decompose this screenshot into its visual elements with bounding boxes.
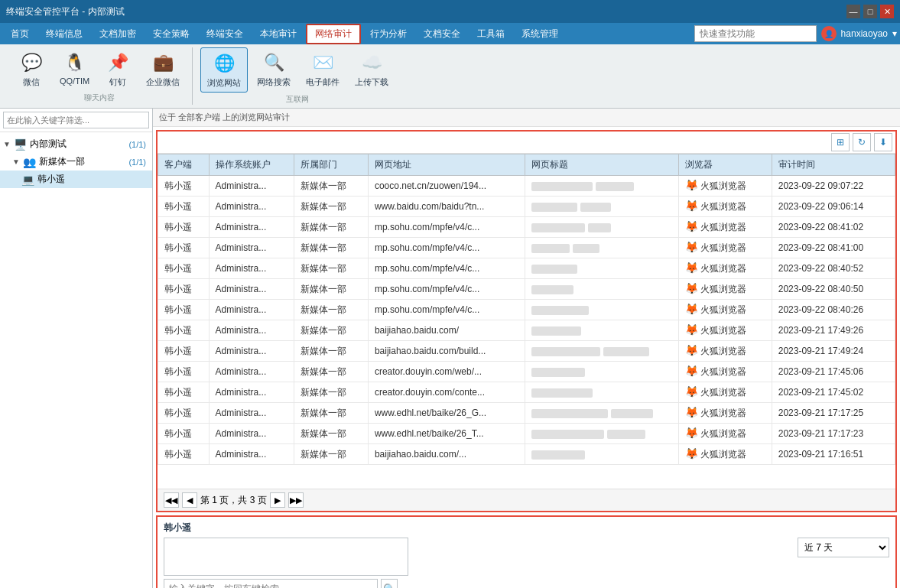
toolbar-section-internet-title: 互联网	[286, 94, 309, 105]
cell-time: 2023-09-22 08:40:50	[772, 279, 895, 300]
table-wrapper: ⊞ ↻ ⬇ 客户端 操作系统账户 所属部门 网页地址 网页标题 浏览器 审计	[156, 130, 897, 512]
table-row[interactable]: 韩小遥 Administra... 新媒体一部 www.edhl.net/bai…	[158, 403, 895, 424]
cell-browser: 🦊 火狐浏览器	[678, 362, 772, 382]
page-prev-btn[interactable]: ◀	[182, 492, 197, 508]
table-settings-btn[interactable]: ⊞	[831, 133, 850, 151]
user-dropdown-icon[interactable]: ▾	[892, 28, 897, 39]
user-info[interactable]: hanxiaoyao	[841, 28, 888, 39]
menu-system-manage[interactable]: 系统管理	[514, 25, 566, 43]
cell-browser: 🦊 火狐浏览器	[678, 444, 772, 465]
table-row[interactable]: 韩小遥 Administra... 新媒体一部 baijiahao.baidu.…	[158, 320, 895, 341]
table-export-btn[interactable]: ⬇	[874, 133, 892, 151]
table-row[interactable]: 韩小遥 Administra... 新媒体一部 creator.douyin.c…	[158, 382, 895, 403]
sidebar-item-dept[interactable]: ▼ 👥 新媒体一部 (1/1)	[0, 153, 152, 171]
page-last-btn[interactable]: ▶▶	[288, 492, 304, 508]
page-info: 第 1 页，共 3 页	[200, 494, 267, 507]
cell-time: 2023-09-21 17:16:51	[772, 444, 895, 465]
menu-local-audit[interactable]: 本地审计	[252, 25, 304, 43]
toolbar-btn-email-label: 电子邮件	[306, 76, 340, 88]
cell-time: 2023-09-22 09:07:22	[772, 176, 895, 197]
table-row[interactable]: 韩小遥 Administra... 新媒体一部 cooco.net.cn/zuo…	[158, 176, 895, 197]
date-range-select[interactable]: 近 7 天近 1 天近 30 天自定义	[798, 538, 889, 557]
cell-url: mp.sohu.com/mpfe/v4/c...	[368, 217, 525, 238]
toolbar-btn-enterprise-wechat-label: 企业微信	[146, 76, 180, 88]
table-row[interactable]: 韩小遥 Administra... 新媒体一部 mp.sohu.com/mpfe…	[158, 279, 895, 300]
cell-time: 2023-09-22 08:41:02	[772, 217, 895, 238]
cell-dept: 新媒体一部	[294, 217, 369, 238]
menu-terminal-security[interactable]: 终端安全	[199, 25, 251, 43]
cell-time: 2023-09-22 09:06:14	[772, 197, 895, 217]
table-refresh-btn[interactable]: ↻	[853, 133, 871, 151]
user-avatar-icon: 👤	[821, 26, 837, 41]
title-bar-controls[interactable]: — □ ✕	[846, 5, 894, 18]
title-bar: 终端安全管控平台 - 内部测试 — □ ✕	[0, 0, 900, 23]
table-row[interactable]: 韩小遥 Administra... 新媒体一部 www.baidu.com/ba…	[158, 197, 895, 217]
cell-title	[525, 258, 678, 279]
cell-title	[525, 176, 678, 197]
cell-title	[525, 424, 678, 444]
col-account: 操作系统账户	[209, 154, 294, 176]
bottom-textarea[interactable]	[164, 538, 408, 576]
table-row[interactable]: 韩小遥 Administra... 新媒体一部 baijiahao.baidu.…	[158, 444, 895, 465]
bottom-search-btn[interactable]: 🔍	[381, 579, 398, 588]
root-label: 内部测试	[30, 138, 125, 151]
cell-client: 韩小遥	[158, 217, 210, 238]
toolbar-btn-browse[interactable]: 🌐 浏览网站	[200, 47, 248, 93]
table-scroll[interactable]: 客户端 操作系统账户 所属部门 网页地址 网页标题 浏览器 审计时间 韩小遥 A…	[158, 154, 895, 489]
page-next-btn[interactable]: ▶	[270, 492, 285, 508]
cell-account: Administra...	[209, 362, 294, 382]
menu-search-input[interactable]	[694, 25, 817, 42]
cell-dept: 新媒体一部	[294, 300, 369, 320]
user-node-label: 韩小遥	[37, 173, 146, 186]
menu-behavior-analysis[interactable]: 行为分析	[362, 25, 414, 43]
cell-account: Administra...	[209, 341, 294, 362]
close-button[interactable]: ✕	[880, 5, 894, 18]
toolbar-btn-enterprise-wechat[interactable]: 💼 企业微信	[140, 47, 186, 91]
table-row[interactable]: 韩小遥 Administra... 新媒体一部 mp.sohu.com/mpfe…	[158, 258, 895, 279]
toolbar-btn-qq[interactable]: 🐧 QQ/TIM	[54, 47, 96, 91]
table-row[interactable]: 韩小遥 Administra... 新媒体一部 baijiahao.baidu.…	[158, 341, 895, 362]
cell-time: 2023-09-21 17:17:23	[772, 424, 895, 444]
table-row[interactable]: 韩小遥 Administra... 新媒体一部 mp.sohu.com/mpfe…	[158, 300, 895, 320]
table-row[interactable]: 韩小遥 Administra... 新媒体一部 mp.sohu.com/mpfe…	[158, 238, 895, 258]
menu-home[interactable]: 首页	[3, 25, 37, 43]
bottom-right: 近 7 天近 1 天近 30 天自定义	[798, 538, 889, 557]
bottom-search-input[interactable]	[164, 579, 378, 588]
menu-terminal-info[interactable]: 终端信息	[38, 25, 90, 43]
menu-network-audit[interactable]: 网络审计	[306, 24, 361, 44]
firefox-icon: 🦊	[685, 385, 698, 398]
menu-toolbox[interactable]: 工具箱	[469, 25, 512, 43]
cell-account: Administra...	[209, 238, 294, 258]
bottom-left: 🔍	[164, 538, 408, 588]
cell-title	[525, 197, 678, 217]
cell-url: mp.sohu.com/mpfe/v4/c...	[368, 238, 525, 258]
toolbar-btn-email[interactable]: ✉️ 电子邮件	[300, 47, 346, 93]
cell-time: 2023-09-21 17:49:26	[772, 320, 895, 341]
table-row[interactable]: 韩小遥 Administra... 新媒体一部 mp.sohu.com/mpfe…	[158, 217, 895, 238]
sidebar-item-user[interactable]: 💻 韩小遥	[0, 171, 152, 188]
maximize-button[interactable]: □	[863, 5, 877, 18]
cell-time: 2023-09-21 17:17:25	[772, 403, 895, 424]
upload-download-icon: ☁️	[359, 50, 384, 75]
cell-title	[525, 382, 678, 403]
menu-security-policy[interactable]: 安全策略	[145, 25, 197, 43]
toolbar-btn-wechat[interactable]: 💬 微信	[12, 47, 50, 91]
toolbar-btn-dingtalk[interactable]: 📌 钉钉	[99, 47, 137, 91]
table-row[interactable]: 韩小遥 Administra... 新媒体一部 www.edhl.net/bai…	[158, 424, 895, 444]
menu-doc-security[interactable]: 文档安全	[416, 25, 468, 43]
cell-client: 韩小遥	[158, 341, 210, 362]
table-row[interactable]: 韩小遥 Administra... 新媒体一部 creator.douyin.c…	[158, 362, 895, 382]
page-first-btn[interactable]: ◀◀	[164, 492, 179, 508]
cell-account: Administra...	[209, 176, 294, 197]
toolbar-btn-search[interactable]: 🔍 网络搜索	[251, 47, 297, 93]
cell-account: Administra...	[209, 320, 294, 341]
cell-title	[525, 362, 678, 382]
toolbar-btn-upload-download[interactable]: ☁️ 上传下载	[349, 47, 395, 93]
minimize-button[interactable]: —	[846, 5, 860, 18]
cell-dept: 新媒体一部	[294, 197, 369, 217]
cell-url: mp.sohu.com/mpfe/v4/c...	[368, 279, 525, 300]
sidebar-item-root[interactable]: ▼ 🖥️ 内部测试 (1/1)	[0, 135, 152, 153]
menu-doc-encrypt[interactable]: 文档加密	[92, 25, 144, 43]
cell-title	[525, 217, 678, 238]
sidebar-search-input[interactable]	[3, 112, 149, 128]
